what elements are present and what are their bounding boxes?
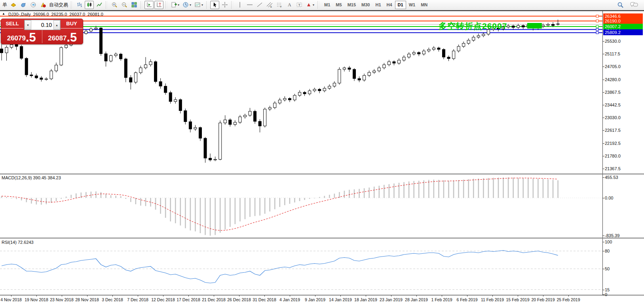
sell-price[interactable]: 26079.5: [1, 29, 42, 45]
date-tick-mark: [391, 295, 391, 296]
chat-icon[interactable]: [629, 1, 639, 9]
bar-chart-mode-icon[interactable]: [75, 1, 84, 9]
date-tick-mark: [163, 295, 163, 296]
timeframe-d1[interactable]: D1: [395, 1, 406, 9]
rsi-tick-mark: [602, 290, 604, 290]
date-tick-mark: [188, 295, 189, 296]
timeframe-m30[interactable]: M30: [359, 1, 372, 9]
macd-indicator-pane[interactable]: [0, 175, 602, 238]
vertical-line-tool-icon[interactable]: [235, 1, 244, 9]
chart-shift-icon[interactable]: [154, 1, 163, 9]
date-tick-mark: [442, 295, 442, 296]
date-tick-mark: [36, 295, 37, 296]
date-tick-label: 28 Jan 2019: [405, 297, 428, 302]
date-tick-mark: [492, 295, 493, 296]
toolbar-separator: [141, 1, 142, 9]
text-label-tool-icon[interactable]: T: [294, 1, 304, 9]
candlestick-chart-mode-icon[interactable]: [85, 1, 94, 9]
auto-scroll-icon[interactable]: [144, 1, 154, 9]
timeframe-mn[interactable]: MN: [418, 1, 430, 9]
price-level-tag: 26007.2: [603, 24, 643, 29]
price-tick-mark: [602, 54, 604, 54]
dropdown-caret-icon[interactable]: ▾: [178, 3, 179, 7]
date-tick-label: 18 Jan 2019: [354, 297, 377, 302]
dropdown-caret-icon[interactable]: ▾: [201, 3, 203, 7]
price-tick-mark: [602, 67, 604, 67]
turning-point-annotation: 多空转折点26007: [439, 21, 507, 32]
new-order-icon[interactable]: [9, 1, 18, 9]
price-level-tag: 26190.0: [603, 18, 643, 24]
line-chart-mode-icon[interactable]: [95, 1, 104, 9]
fibonacci-tool-icon[interactable]: F: [275, 1, 284, 9]
zoom-in-icon[interactable]: [110, 1, 119, 9]
indicators-icon[interactable]: ▾: [169, 1, 180, 9]
panel-collapse-icon[interactable]: ▲: [2, 12, 5, 17]
templates-icon[interactable]: ▾: [193, 1, 204, 9]
periods-icon[interactable]: ▾: [181, 1, 192, 9]
date-tick-label: 4 Nov 2018: [0, 297, 22, 302]
trendline-tool-icon[interactable]: [255, 1, 264, 9]
macd-main-value: 390.45: [33, 175, 46, 180]
rsi-value: 72.6243: [18, 240, 34, 245]
dropdown-caret-icon[interactable]: ▾: [313, 3, 314, 7]
volume-increase-button[interactable]: ▲: [53, 20, 60, 30]
toolbar-separator: [165, 1, 167, 9]
pane-separator[interactable]: [0, 173, 644, 174]
pane-separator[interactable]: [0, 238, 644, 239]
buy-button[interactable]: BUY: [61, 19, 83, 29]
chart-header: ▲ DJ30-,Daily 26096.0 26235.0 26037.0 26…: [2, 12, 103, 17]
timeframe-h4[interactable]: H4: [384, 1, 395, 9]
price-tick-mark: [602, 41, 604, 42]
buy-price[interactable]: 26087.5: [42, 29, 83, 45]
arrows-tool-icon[interactable]: ▾: [304, 1, 315, 9]
trading-terminal-window: 单 自动交易 ▾ ▾ ▾ E F A T ▾ M1M: [0, 0, 644, 306]
new-order-label[interactable]: 单: [2, 2, 8, 8]
date-tick-label: 9 Jan 2019: [305, 297, 325, 302]
toolbar-separator: [231, 1, 233, 9]
volume-decrease-button[interactable]: ▼: [25, 20, 31, 30]
timeframe-h1[interactable]: H1: [372, 1, 384, 9]
date-tick-mark: [543, 295, 543, 296]
zoom-out-icon[interactable]: [120, 1, 129, 9]
channel-tool-icon[interactable]: E: [265, 1, 274, 9]
crosshair-icon[interactable]: [220, 1, 229, 9]
autotrading-label[interactable]: 自动交易: [48, 2, 69, 8]
price-tick-label: 21780.0: [605, 154, 621, 158]
search-icon[interactable]: [616, 1, 625, 9]
rsi-tick-mark: [602, 295, 604, 295]
price-chart-pane[interactable]: [0, 11, 602, 173]
timeframe-m15[interactable]: M15: [345, 1, 359, 9]
pane-separator[interactable]: [0, 238, 644, 238]
rsi-indicator-pane[interactable]: [0, 239, 602, 295]
text-tool-icon[interactable]: A: [285, 1, 294, 9]
macd-label: MACD(12,26,9) 390.45 384.23: [2, 175, 61, 180]
date-tick-mark: [290, 295, 290, 296]
sell-button[interactable]: SELL: [1, 19, 23, 29]
timeframe-m5[interactable]: M5: [333, 1, 344, 9]
volume-input[interactable]: 0.10: [31, 20, 53, 30]
terminal-icon[interactable]: [19, 1, 28, 9]
date-tick-label: 1 Feb 2019: [431, 297, 452, 302]
price-tick-mark: [602, 143, 604, 144]
date-tick-label: 19 Nov 2018: [25, 297, 48, 302]
date-tick-label: 23 Jan 2019: [380, 297, 403, 302]
price-tick-label: 22192.5: [605, 141, 621, 146]
price-level-tag: 25809.2: [603, 30, 643, 35]
timeframe-w1[interactable]: W1: [406, 1, 418, 9]
signals-icon[interactable]: [28, 1, 38, 9]
timeframe-group: M1M5M15M30H1H4D1W1MN: [321, 1, 430, 9]
date-tick-mark: [467, 295, 467, 296]
timeframe-m1[interactable]: M1: [321, 1, 333, 9]
autotrading-icon[interactable]: [38, 1, 47, 9]
pane-separator[interactable]: [0, 174, 644, 175]
horizontal-line-tool-icon[interactable]: [245, 1, 254, 9]
rsi-tick-mark: [602, 242, 604, 242]
volume-stepper: ▼ 0.10 ▲: [24, 20, 61, 30]
price-tick-mark: [602, 130, 604, 131]
dropdown-caret-icon[interactable]: ▾: [190, 3, 191, 7]
tile-windows-icon[interactable]: [129, 1, 139, 9]
date-tick-label: 12 Dec 2018: [151, 297, 175, 302]
cursor-icon[interactable]: [210, 1, 219, 9]
date-tick-label: 6 Feb 2019: [456, 297, 477, 302]
date-tick-mark: [11, 295, 11, 296]
